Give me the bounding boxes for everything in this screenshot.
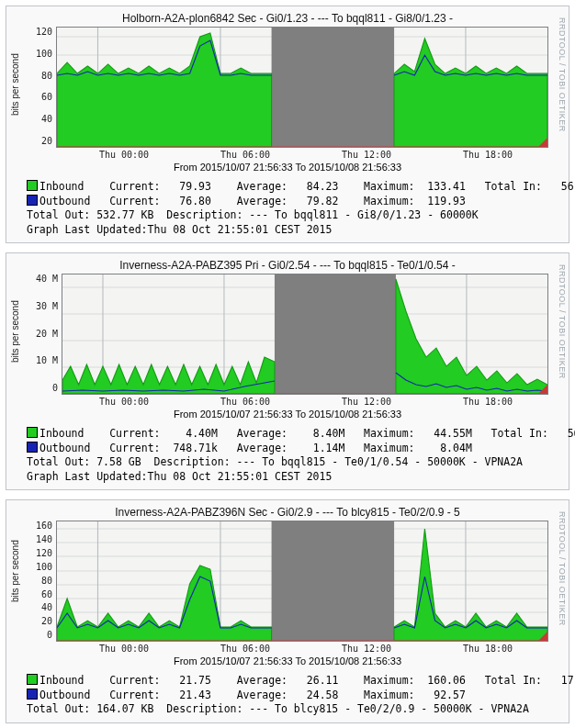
ytick: 10 M: [36, 355, 58, 365]
xtick: Thu 12:00: [306, 397, 427, 407]
ytick: 120: [36, 548, 52, 558]
xtick: Thu 18:00: [427, 150, 548, 160]
ytick: 80: [41, 71, 52, 81]
legend-outbound: Outbound Current: 21.43 Average: 24.58 M…: [39, 689, 466, 701]
svg-rect-20: [275, 274, 396, 394]
xtick: Thu 00:00: [63, 644, 185, 654]
y-axis-ticks: 40 M 30 M 20 M 10 M 0: [36, 274, 62, 393]
graph-panel: RRDTOOL / TOBI OETIKER Inverness-A2A-PAB…: [6, 252, 569, 490]
ytick: 80: [41, 576, 52, 586]
inbound-swatch-icon: [27, 427, 38, 438]
inbound-area: [57, 33, 272, 147]
ytick: 40: [41, 114, 52, 124]
x-axis-ticks: Thu 00:00 Thu 06:00 Thu 12:00 Thu 18:00: [63, 397, 548, 407]
ytick: 100: [36, 49, 52, 59]
ytick: 30 M: [36, 301, 58, 311]
rrdtool-brand: RRDTOOL / TOBI OETIKER: [558, 264, 567, 379]
ytick: 0: [52, 383, 58, 393]
svg-rect-34: [272, 521, 394, 641]
chart-canvas: [56, 27, 548, 148]
legend-inbound: Inbound Current: 79.93 Average: 84.23 Ma…: [39, 180, 574, 193]
y-axis-label: bits per second: [10, 53, 20, 116]
plot-area: 160 140 120 100 80 60 40 20 0: [36, 521, 548, 642]
ytick: 0: [47, 630, 52, 640]
arrow-icon: [537, 384, 548, 395]
legend-block: Inbound Current: 79.93 Average: 84.23 Ma…: [27, 180, 561, 237]
xtick: Thu 00:00: [63, 150, 185, 160]
legend-inbound: Inbound Current: 4.40M Average: 8.40M Ma…: [39, 427, 575, 440]
chart-canvas: [62, 274, 548, 395]
legend-totalout: Total Out: 532.77 KB Description: --- To…: [27, 208, 479, 221]
legend-totalout: Total Out: 7.58 GB Description: --- To b…: [27, 455, 523, 468]
ytick: 60: [41, 589, 52, 599]
xtick: Thu 06:00: [185, 397, 306, 407]
inbound-swatch-icon: [27, 674, 38, 685]
legend-inbound: Inbound Current: 21.75 Average: 26.11 Ma…: [39, 674, 574, 687]
date-range: From 2015/10/07 21:56:33 To 2015/10/08 2…: [10, 409, 565, 420]
xtick: Thu 06:00: [185, 644, 306, 654]
y-axis-ticks: 160 140 120 100 80 60 40 20 0: [36, 521, 56, 640]
legend-updated: Graph Last Updated:Thu 08 Oct 21:55:01 C…: [27, 223, 332, 236]
xtick: Thu 12:00: [306, 150, 427, 160]
ytick: 120: [36, 27, 52, 37]
arrow-icon: [537, 631, 548, 642]
date-range: From 2015/10/07 21:56:33 To 2015/10/08 2…: [10, 655, 565, 666]
legend-outbound: Outbound Current: 748.71k Average: 1.14M…: [39, 442, 472, 454]
legend-totalout: Total Out: 164.07 KB Description: --- To…: [27, 702, 529, 715]
xtick: Thu 18:00: [427, 644, 548, 654]
ytick: 40: [41, 602, 52, 612]
plot-area: 120 100 80 60 40 20: [36, 27, 548, 148]
xtick: Thu 00:00: [63, 397, 185, 407]
inbound-area: [57, 566, 272, 641]
svg-rect-10: [272, 28, 394, 147]
x-axis-ticks: Thu 00:00 Thu 06:00 Thu 12:00 Thu 18:00: [63, 150, 548, 160]
inbound-swatch-icon: [27, 180, 38, 191]
ytick: 140: [36, 534, 52, 544]
graph-title: Holborn-A2A-plon6842 Sec - Gi0/1.23 - --…: [10, 12, 565, 25]
legend-block: Inbound Current: 21.75 Average: 26.11 Ma…: [27, 674, 561, 717]
xtick: Thu 18:00: [427, 397, 548, 407]
graph-title: Inverness-A2A-PABZ396N Sec - Gi0/2.9 - -…: [10, 506, 565, 519]
outbound-swatch-icon: [27, 195, 38, 206]
legend-outbound: Outbound Current: 76.80 Average: 79.82 M…: [39, 195, 466, 207]
ytick: 160: [36, 521, 52, 531]
ytick: 20: [41, 616, 52, 626]
y-axis-label: bits per second: [10, 540, 20, 602]
graph-panel: RRDTOOL / TOBI OETIKER Holborn-A2A-plon6…: [6, 6, 569, 243]
xtick: Thu 12:00: [306, 644, 427, 654]
outbound-swatch-icon: [27, 689, 38, 700]
graph-panel: RRDTOOL / TOBI OETIKER Inverness-A2A-PAB…: [6, 499, 569, 723]
rrdtool-brand: RRDTOOL / TOBI OETIKER: [558, 511, 567, 626]
chart-canvas: [56, 521, 548, 642]
ytick: 100: [36, 562, 52, 572]
inbound-area: [396, 279, 547, 394]
ytick: 40 M: [36, 274, 58, 284]
date-range: From 2015/10/07 21:56:33 To 2015/10/08 2…: [10, 162, 565, 173]
y-axis-label: bits per second: [10, 300, 20, 363]
xtick: Thu 06:00: [185, 150, 306, 160]
inbound-area: [62, 357, 275, 394]
graph-title: Inverness-A2A-PABZ395 Pri - Gi0/2.54 - -…: [10, 259, 565, 272]
ytick: 20: [41, 136, 52, 146]
y-axis-ticks: 120 100 80 60 40 20: [36, 27, 56, 146]
x-axis-ticks: Thu 00:00 Thu 06:00 Thu 12:00 Thu 18:00: [63, 644, 548, 654]
outbound-line: [57, 577, 272, 628]
outbound-swatch-icon: [27, 442, 38, 453]
plot-area: 40 M 30 M 20 M 10 M 0: [36, 274, 548, 395]
legend-updated: Graph Last Updated:Thu 08 Oct 21:55:01 C…: [27, 470, 332, 483]
ytick: 60: [41, 92, 52, 102]
rrdtool-brand: RRDTOOL / TOBI OETIKER: [558, 17, 567, 132]
legend-block: Inbound Current: 4.40M Average: 8.40M Ma…: [27, 427, 561, 484]
arrow-icon: [537, 137, 548, 148]
ytick: 20 M: [36, 329, 58, 339]
